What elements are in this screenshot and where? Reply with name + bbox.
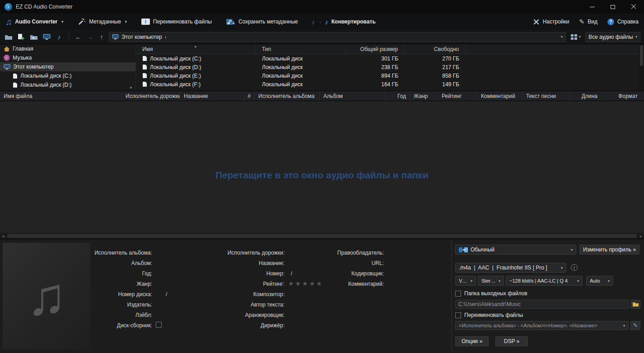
scrollbar-thumb[interactable] [640,45,643,66]
album-field[interactable] [156,260,183,266]
comment-field[interactable] [387,281,415,287]
rename-pattern-select[interactable]: <Исполнитель альбома> - <Альбом>\<Номер>… [455,321,629,330]
scrollbar-thumb[interactable] [7,234,637,238]
drive-list-scrollbar[interactable] [639,44,644,91]
compilation-checkbox[interactable] [156,322,162,328]
edit-profile-button[interactable]: Изменить профиль » [579,245,639,255]
album-artist-field[interactable] [156,250,183,256]
browse-folder-button[interactable] [630,300,640,309]
add-folder-button[interactable] [29,32,39,42]
column-header-type[interactable]: Тип [256,44,346,54]
title-field[interactable] [288,260,315,266]
edit-pattern-button[interactable]: ✎ [630,321,640,330]
format-info-icon[interactable]: i [571,264,578,271]
horizontal-scrollbar[interactable]: ◂ ▸ [0,233,644,239]
options-button[interactable]: Опции » [455,336,489,346]
drive-free-size: 149 ГБ [442,81,459,88]
copyright-field[interactable] [387,250,415,256]
track-number-field[interactable]: / [288,270,315,277]
column-length[interactable]: Длина [569,91,602,101]
view-button[interactable]: ✎ Вид [579,19,597,25]
address-bar[interactable]: Этот компьютер › ▾ [109,32,566,42]
year-field[interactable] [156,270,183,277]
output-folder-input[interactable] [455,300,629,309]
app-note-icon: ♪ [7,5,9,9]
album-art-placeholder[interactable]: ♫ [3,243,90,349]
url-field[interactable] [387,260,415,266]
column-album-artist[interactable]: Исполнитель альбома [255,91,320,101]
audio-converter-menu[interactable]: ♫ Audio Converter ▼ [5,18,64,26]
column-track-artist[interactable]: Исполнитель дорожки [122,91,180,101]
up-button[interactable]: ↑ [97,33,106,41]
sample-rate-select[interactable]: Auto ▾ [586,276,613,286]
column-album[interactable]: Альбом [320,91,385,101]
forward-button[interactable]: → [85,33,94,41]
computer-icon [43,34,51,40]
metadata-column-1: Исполнитель альбома: Альбом: Год: Жанр: … [92,247,183,330]
music-note-nav-button[interactable]: ♪ [54,32,64,42]
channels-select[interactable]: Stereo ▾ [478,276,504,286]
file-filter-select[interactable]: Все аудио файлы ▾ [585,32,640,42]
computer-nav-button[interactable] [42,32,51,42]
bitrate-mode-select[interactable]: VBR ▾ [455,276,476,286]
column-filename[interactable]: Имя файла [0,91,122,101]
add-files-button[interactable] [16,32,26,42]
output-folder-checkbox[interactable] [455,291,461,297]
settings-button[interactable]: Настройки [533,19,569,25]
sidebar-item-this-computer[interactable]: Этот компьютер [0,62,135,71]
close-button[interactable] [623,0,644,14]
view-mode-button[interactable]: ▾ [569,33,583,41]
column-title[interactable]: Название [180,91,245,101]
conductor-field[interactable] [288,322,315,329]
arranger-field[interactable] [288,312,315,318]
chevron-right-icon[interactable]: › [165,34,167,40]
column-year[interactable]: Год [385,91,410,101]
lyricist-field[interactable] [288,302,315,308]
encoder-field[interactable] [387,270,415,277]
back-button[interactable]: ← [74,33,83,41]
composer-field[interactable] [288,291,315,297]
bitrate-select[interactable]: ~128 kbit/s | AAC-LC | Q 4 ▾ [506,276,583,286]
breadcrumb[interactable]: Этот компьютер [121,34,162,40]
drive-row-c[interactable]: Локальный диск (C:) Локальный диск 301 Г… [136,54,644,63]
drive-row-f[interactable]: Локальный диск (F:) Локальный диск 164 Г… [136,80,644,88]
column-format[interactable]: Формат [602,91,644,101]
genre-field[interactable] [156,281,183,287]
drive-row-d[interactable]: Локальный диск (D:) Локальный диск 238 Г… [136,63,644,71]
save-metadata-button[interactable]: Сохранить метаданные [225,17,298,26]
format-select[interactable]: .m4a | AAC | Fraunhofer IIS [ Pro ] ▾ [455,263,566,273]
rename-files-button[interactable]: I Переименовать файлы [141,19,212,25]
sidebar-item-home[interactable]: Главная [0,44,135,53]
convert-button[interactable]: ♪ → ♪ Конвертировать [312,19,376,25]
disc-number-field[interactable]: / [156,291,183,297]
minimize-button[interactable] [582,0,602,14]
open-folder-button[interactable] [4,32,14,42]
rename-files-checkbox[interactable] [455,312,461,318]
label-field[interactable] [156,312,183,318]
address-dropdown-icon[interactable]: ▾ [561,35,563,39]
sidebar-item-disk-c[interactable]: Локальный диск (C:) [0,71,135,80]
track-artist-field[interactable] [288,250,315,256]
track-artist-label: Исполнитель дорожки: [203,250,285,256]
column-lyrics[interactable]: Текст песни [523,91,569,101]
track-drop-area[interactable]: Перетащите в это окно аудио файлы и папк… [0,101,644,233]
tree-scroll-down-icon[interactable]: ▼ [129,86,133,90]
sidebar-item-music[interactable]: ♪ Музыка [0,53,135,62]
column-header-free[interactable]: Свободно [405,44,466,54]
column-genre[interactable]: Жанр [410,91,438,101]
column-comment[interactable]: Комментарий [477,91,523,101]
column-rating[interactable]: Рейтинг [438,91,477,101]
column-header-total-size[interactable]: Общий размер [346,44,405,54]
column-header-name[interactable]: Имя ▲ [136,44,256,54]
metadata-menu[interactable]: Метаданные ▼ [78,18,128,26]
maximize-button[interactable] [602,0,623,14]
drive-row-e[interactable]: Локальный диск (E:) Локальный диск 894 Г… [136,71,644,80]
publisher-field[interactable] [156,302,183,308]
dsp-button[interactable]: DSP » [495,336,528,346]
scroll-right-icon[interactable]: ▸ [638,233,644,239]
sidebar-item-disk-d[interactable]: Локальный диск (D:) [0,80,135,89]
column-number[interactable]: # [245,91,255,101]
profile-select[interactable]: Обычный ▾ [455,245,576,255]
scroll-left-icon[interactable]: ◂ [0,233,6,239]
help-button[interactable]: ? Справка [607,19,639,25]
